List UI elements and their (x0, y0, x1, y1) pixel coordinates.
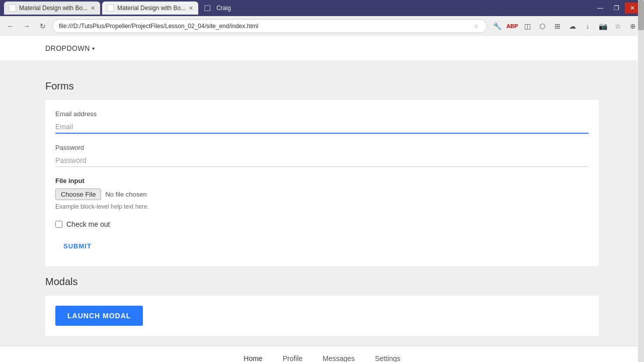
modals-heading: Modals (45, 276, 599, 288)
title-bar: Material Design with Bo... ✕ Material De… (0, 0, 644, 16)
address-text: file:///D:/TutsPlus/Propeller/ProjectFil… (59, 23, 471, 30)
file-input-row: Choose File No file chosen (55, 189, 589, 200)
checkbox-group: Check me out (55, 220, 589, 228)
toolbar-icons: 🔧 ABP ◫ ⬡ ⊞ ☁ ↓ 📷 ☆ ⊕ (490, 19, 640, 33)
tab-label-1: Material Design with Bo... (19, 5, 88, 12)
forms-heading: Forms (45, 80, 599, 92)
tab-favicon-2 (107, 5, 114, 12)
file-help-text: Example block-level help text here. (55, 203, 589, 210)
star-icon[interactable]: ☆ (471, 22, 480, 31)
maximize-button[interactable]: ❐ (609, 3, 624, 14)
dropdown-label: DROPDOWN (45, 44, 90, 52)
password-input[interactable] (55, 154, 589, 167)
address-bar[interactable]: file:///D:/TutsPlus/Propeller/ProjectFil… (52, 19, 487, 33)
choose-file-button[interactable]: Choose File (55, 189, 101, 200)
browser-tab-2[interactable]: Material Design with Bo... ✕ (102, 2, 198, 15)
modals-card: LAUNCH MODAL (45, 296, 599, 336)
page-content: DROPDOWN ▾ Forms Email address Password (0, 36, 644, 362)
file-name-text: No file chosen (105, 191, 146, 198)
checkbox-label: Check me out (66, 220, 110, 228)
tab-settings[interactable]: Settings (365, 346, 411, 362)
toolbar-icon-8[interactable]: 📷 (596, 19, 610, 33)
toolbar-icon-5[interactable]: ⊞ (550, 19, 565, 33)
toolbar-icon-4[interactable]: ⬡ (535, 19, 549, 33)
toolbar-icon-6[interactable]: ☁ (566, 19, 580, 33)
email-input[interactable] (55, 121, 589, 134)
email-group: Email address (55, 110, 589, 134)
tab-label-2: Material Design with Bo... (117, 5, 186, 12)
forward-button[interactable]: → (20, 20, 33, 33)
file-input-group: File input Choose File No file chosen Ex… (55, 177, 589, 210)
address-icons: ☆ (471, 22, 480, 31)
password-group: Password (55, 144, 589, 167)
address-bar-row: ← → ↻ file:///D:/TutsPlus/Propeller/Proj… (0, 16, 644, 36)
tab-favicon-1 (9, 5, 16, 12)
tab-close-2[interactable]: ✕ (189, 5, 193, 12)
file-input-label: File input (55, 177, 589, 185)
check-me-out-checkbox[interactable] (55, 221, 62, 228)
launch-modal-button[interactable]: LAUNCH MODAL (55, 306, 143, 326)
modals-section: Modals LAUNCH MODAL (0, 276, 644, 346)
bottom-tabs: Home Profile Messages Settings (0, 346, 644, 362)
adblock-icon[interactable]: ABP (505, 19, 519, 33)
user-name: Craig (216, 5, 231, 12)
extensions-icon[interactable]: 🔧 (490, 19, 504, 33)
tab-close-1[interactable]: ✕ (91, 5, 95, 12)
browser-tab-1[interactable]: Material Design with Bo... ✕ (4, 2, 100, 15)
tab-profile[interactable]: Profile (273, 346, 313, 362)
minimize-button[interactable]: — (593, 3, 608, 14)
tab-home[interactable]: Home (233, 346, 272, 362)
new-tab-icon: ☐ (204, 4, 211, 13)
refresh-button[interactable]: ↻ (36, 20, 49, 33)
back-button[interactable]: ← (4, 20, 17, 33)
tab-messages[interactable]: Messages (312, 346, 365, 362)
toolbar-icon-7[interactable]: ↓ (581, 19, 595, 33)
forms-section: Forms Email address Password File input (0, 70, 644, 266)
submit-button[interactable]: SUBMIT (55, 238, 100, 254)
email-label: Email address (55, 110, 589, 118)
password-label: Password (55, 144, 589, 151)
dropdown-arrow-icon: ▾ (92, 46, 95, 51)
scrollbar-thumb[interactable] (638, 0, 644, 30)
dropdown-button[interactable]: DROPDOWN ▾ (45, 44, 95, 52)
forms-card: Email address Password File input Choose (45, 100, 599, 266)
dropdown-section: DROPDOWN ▾ (0, 36, 644, 60)
toolbar-icon-3[interactable]: ◫ (520, 19, 534, 33)
scrollbar-track[interactable] (638, 0, 644, 362)
new-tab-button[interactable]: ☐ (200, 2, 214, 15)
window-controls: — ❐ ✕ (593, 3, 640, 14)
toolbar-icon-9[interactable]: ☆ (611, 19, 625, 33)
